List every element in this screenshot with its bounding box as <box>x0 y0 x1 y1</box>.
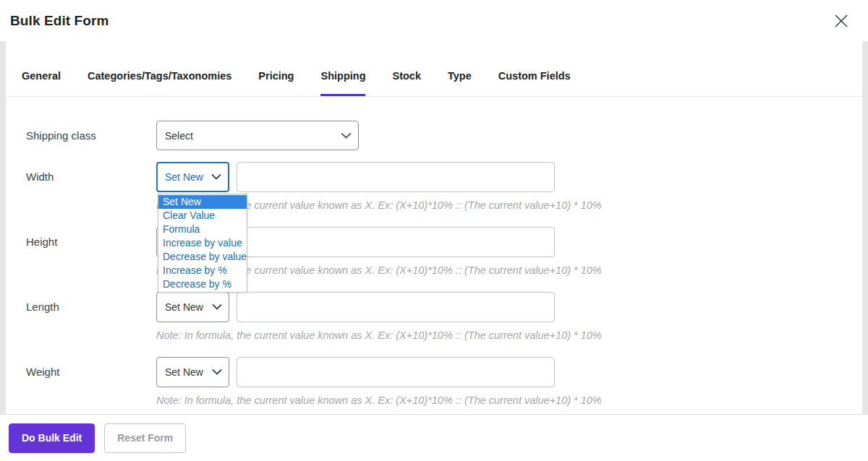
length-value-input[interactable] <box>237 292 555 322</box>
close-button[interactable] <box>829 9 854 33</box>
length-label: Length <box>26 292 156 322</box>
weight-value-input[interactable] <box>237 357 555 387</box>
weight-label: Weight <box>26 357 156 387</box>
width-row: Width Set New Note: In formula, the c <box>26 162 848 211</box>
shipping-class-selected-value: Select <box>165 130 193 142</box>
length-formula-note: Note: In formula, the current value know… <box>156 329 602 341</box>
page-title: Bulk Edit Form <box>10 13 109 29</box>
do-bulk-edit-button[interactable]: Do Bulk Edit <box>9 423 95 453</box>
tab-shipping[interactable]: Shipping <box>320 70 365 96</box>
height-label: Height <box>26 227 156 257</box>
weight-formula-note: Note: In formula, the current value know… <box>156 395 602 406</box>
modal-body: General Categories/Tags/Taxonomies Prici… <box>6 41 862 414</box>
close-icon <box>832 12 851 30</box>
shipping-class-row: Shipping class Select <box>26 121 848 150</box>
height-row: Height Set New Note: In formula, the <box>26 227 848 276</box>
dropdown-option-clear-value[interactable]: Clear Value <box>158 209 247 223</box>
length-row: Length Set New Note: In formula, the <box>26 292 848 341</box>
dropdown-option-increase-by-value[interactable]: Increase by value <box>158 236 247 250</box>
tab-general[interactable]: General <box>22 70 61 96</box>
width-mode-dropdown-list: Set New Clear Value Formula Increase by … <box>158 194 247 293</box>
weight-mode-selected-value: Set New <box>165 366 203 378</box>
chevron-down-icon <box>212 369 222 376</box>
reset-form-button[interactable]: Reset Form <box>104 423 186 453</box>
chevron-down-icon <box>212 304 222 311</box>
dropdown-option-increase-by-percent[interactable]: Increase by % <box>158 264 247 277</box>
tab-custom-fields[interactable]: Custom Fields <box>498 70 571 96</box>
tab-categories-tags-taxonomies[interactable]: Categories/Tags/Taxonomies <box>88 70 231 96</box>
width-mode-select[interactable]: Set New <box>156 162 229 192</box>
width-mode-selected-value: Set New <box>165 171 203 183</box>
shipping-tab-panel: Shipping class Select Width <box>6 97 862 406</box>
modal-body-shell: General Categories/Tags/Taxonomies Prici… <box>0 41 868 414</box>
weight-row: Weight Set New Note: In formula, the <box>26 357 848 406</box>
dropdown-option-decrease-by-percent[interactable]: Decrease by % <box>158 277 247 291</box>
length-mode-select[interactable]: Set New <box>156 292 229 322</box>
width-value-input[interactable] <box>237 162 555 192</box>
chevron-down-icon <box>211 174 221 181</box>
width-label: Width <box>26 162 156 192</box>
tab-type[interactable]: Type <box>448 70 472 96</box>
dropdown-option-set-new[interactable]: Set New <box>158 195 247 209</box>
height-value-input[interactable] <box>237 227 555 257</box>
length-mode-selected-value: Set New <box>165 301 203 313</box>
modal-header: Bulk Edit Form <box>0 0 868 41</box>
tab-stock[interactable]: Stock <box>392 70 421 96</box>
shipping-class-label: Shipping class <box>26 121 156 150</box>
dropdown-option-decrease-by-value[interactable]: Decrease by value <box>158 250 247 264</box>
modal-footer: Do Bulk Edit Reset Form <box>0 414 868 461</box>
weight-mode-select[interactable]: Set New <box>156 357 229 387</box>
chevron-down-icon <box>341 132 352 139</box>
bulk-edit-modal: Bulk Edit Form General Categories/Tags/T… <box>0 0 868 461</box>
dropdown-option-formula[interactable]: Formula <box>158 223 247 236</box>
tab-pricing[interactable]: Pricing <box>258 70 294 96</box>
shipping-class-select[interactable]: Select <box>156 121 359 150</box>
tab-bar: General Categories/Tags/Taxonomies Prici… <box>6 41 862 97</box>
